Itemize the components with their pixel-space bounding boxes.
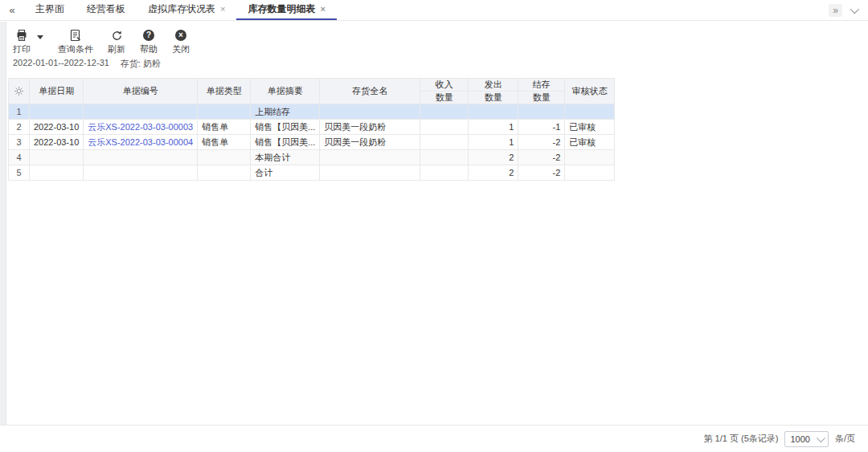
cell-num: 2 [9,120,30,135]
cell-doc_no [84,104,198,120]
header-in-group[interactable]: 收入 [420,79,469,92]
column-settings-gear-icon[interactable] [9,79,30,104]
header-bal-qty[interactable]: 数量 [518,92,565,104]
tab-bar: « 主界面经营看板虚拟库存状况表×库存数量明细表× » [0,0,868,21]
cell-bal_qty: -2 [518,165,565,181]
page-size-chevron-down-icon [817,433,825,442]
table-row[interactable]: 5合计2-2 [9,165,615,181]
cell-num: 5 [9,165,30,181]
cell-summary: 销售【贝因美... [251,120,320,135]
cell-name [320,104,420,120]
cell-date: 2022-03-10 [30,135,84,150]
cell-bal_qty: -2 [518,150,565,165]
header-summary[interactable]: 单据摘要 [251,79,320,104]
cell-name [320,165,420,181]
cell-status [565,104,615,120]
cell-doc_no: 云乐XS-2022-03-03-00004 [84,135,198,150]
tab-3[interactable]: 库存数量明细表× [236,0,336,20]
header-name[interactable]: 存货全名 [320,79,420,104]
query-conditions-button[interactable]: 查询条件 [58,29,93,55]
cell-status [565,150,615,165]
cell-doc_no [84,150,198,165]
cell-summary: 销售【贝因美... [251,135,320,150]
cell-out_qty [469,104,518,120]
tab-1[interactable]: 经营看板 [76,0,137,20]
table-row[interactable]: 4本期合计2-2 [9,150,615,165]
cell-in_qty [420,104,469,120]
help-label: 帮助 [140,43,158,55]
close-icon: × [174,29,187,42]
header-out-group[interactable]: 发出 [469,79,518,92]
tab-close-icon[interactable]: × [220,5,225,14]
table-row[interactable]: 22022-03-10云乐XS-2022-03-03-00003销售单销售【贝因… [9,120,615,135]
close-label: 关闭 [172,43,190,55]
cell-name: 贝因美一段奶粉 [320,120,420,135]
cell-bal_qty: -2 [518,135,565,150]
cell-date [30,165,84,181]
cell-out_qty: 2 [469,150,518,165]
tab-2[interactable]: 虚拟库存状况表× [137,0,236,20]
table-row[interactable]: 32022-03-10云乐XS-2022-03-03-00004销售单销售【贝因… [9,135,615,150]
close-report-button[interactable]: × 关闭 [172,29,190,55]
help-button[interactable]: ? 帮助 [140,29,158,55]
tab-bar-right: » [829,0,868,20]
tab-label: 虚拟库存状况表 [148,2,215,16]
tab-0[interactable]: 主界面 [24,0,76,20]
cell-bal_qty: -1 [518,120,565,135]
cell-type [198,150,251,165]
tabs-expand-right-icon[interactable]: » [829,4,842,17]
print-label: 打印 [13,43,31,55]
page-size-value: 1000 [790,434,809,444]
collapsed-side-panel[interactable] [0,22,6,452]
tab-label: 库存数量明细表 [248,2,315,16]
header-in-qty[interactable]: 数量 [420,92,469,104]
cell-status: 已审核 [565,120,615,135]
table-row[interactable]: 1上期结存 [9,104,615,120]
tab-close-icon[interactable]: × [320,5,325,14]
page-size-select[interactable]: 1000 [784,431,828,447]
cell-in_qty [420,150,469,165]
cell-num: 1 [9,104,30,120]
tabs-dropdown-icon[interactable] [850,4,859,13]
header-doc-no[interactable]: 单据编号 [84,79,198,104]
cell-status [565,165,615,181]
query-conditions-label: 查询条件 [58,43,93,55]
cell-type: 销售单 [198,135,251,150]
cell-date: 2022-03-10 [30,120,84,135]
printer-icon [15,29,28,42]
tabs-collapse-left-icon[interactable]: « [0,0,24,20]
cell-doc_no: 云乐XS-2022-03-03-00003 [84,120,198,135]
header-type[interactable]: 单据类型 [198,79,251,104]
query-conditions-icon [69,29,82,42]
cell-out_qty: 1 [469,120,518,135]
cell-in_qty [420,120,469,135]
cell-summary: 本期合计 [251,150,320,165]
header-date[interactable]: 单据日期 [30,79,84,104]
cell-in_qty [420,165,469,181]
cell-in_qty [420,135,469,150]
cell-doc_no [84,165,198,181]
cell-out_qty: 2 [469,165,518,181]
tabs-container: 主界面经营看板虚拟库存状况表×库存数量明细表× [24,0,337,20]
cell-status: 已审核 [565,135,615,150]
refresh-icon [110,29,123,42]
print-dropdown-caret-icon[interactable] [37,35,43,39]
report-toolbar: 打印 查询条件 刷新 ? 帮助 × 关闭 [13,29,190,55]
cell-date [30,104,84,120]
cell-summary: 合计 [251,165,320,181]
tab-label: 经营看板 [87,2,125,16]
inventory-detail-grid: 单据日期 单据编号 单据类型 单据摘要 存货全名 收入 发出 结存 审核状态 数… [8,78,615,181]
cell-bal_qty [518,104,565,120]
cell-num: 3 [9,135,30,150]
tab-label: 主界面 [35,2,64,16]
print-button[interactable]: 打印 [13,29,31,55]
date-range-text: 2022-01-01--2022-12-31 [13,58,109,70]
doc-no-link[interactable]: 云乐XS-2022-03-03-00003 [88,122,193,132]
doc-no-link[interactable]: 云乐XS-2022-03-03-00004 [88,137,193,147]
header-status[interactable]: 审核状态 [565,79,615,104]
header-bal-group[interactable]: 结存 [518,79,565,92]
refresh-button[interactable]: 刷新 [108,29,125,55]
header-out-qty[interactable]: 数量 [469,92,518,104]
cell-date [30,150,84,165]
refresh-label: 刷新 [108,43,125,55]
